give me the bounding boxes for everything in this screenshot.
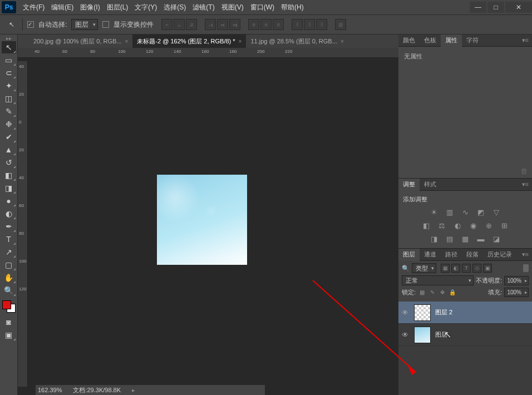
dodge-tool[interactable]: ◐ [2,208,16,220]
layer-thumbnail[interactable] [414,327,431,343]
menu-type[interactable]: 文字(Y) [131,3,160,12]
lookup-icon[interactable]: ⊞ [499,220,510,230]
foreground-color[interactable] [2,300,11,309]
lock-position-icon[interactable]: ✥ [438,288,446,297]
mixer-icon[interactable]: ⊕ [483,220,494,230]
gradient-tool[interactable]: ◨ [2,182,16,194]
distribute-top-icon[interactable]: ≡ [248,19,259,30]
maximize-button[interactable]: □ [487,2,504,13]
path-tool[interactable]: ↗ [2,246,16,258]
healing-tool[interactable]: ❉ [2,118,16,130]
distribute-vcenter-icon[interactable]: ≡ [260,19,272,30]
layer-thumbnail[interactable] [414,304,431,321]
auto-select-target[interactable]: 图层 [71,19,98,30]
show-transform-checkbox[interactable] [102,21,109,28]
distribute-hcenter-icon[interactable]: ⦀ [304,19,315,30]
menu-layer[interactable]: 图层(L) [104,3,132,12]
menu-select[interactable]: 选择(S) [160,3,189,12]
crop-tool[interactable]: ◫ [2,92,16,105]
hue-icon[interactable]: ◧ [421,220,432,230]
menu-image[interactable]: 图像(I) [77,3,103,12]
curves-icon[interactable]: ∿ [460,207,471,217]
stamp-tool[interactable]: ▲ [2,144,16,156]
filter-adjust-icon[interactable]: ◐ [451,264,460,273]
panel-tab-history[interactable]: 历史记录 [483,249,516,261]
balance-icon[interactable]: ⚖ [436,220,447,230]
eraser-tool[interactable]: ◧ [2,169,16,181]
brightness-icon[interactable]: ☀ [428,207,440,217]
visibility-icon[interactable]: 👁 [402,309,410,317]
align-right-icon[interactable]: ⫥ [229,19,240,30]
panel-tab-channels[interactable]: 通道 [420,249,441,261]
menu-filter[interactable]: 滤镜(T) [189,3,218,12]
layer-name[interactable]: 图层 2 [435,308,452,317]
blend-mode[interactable]: 正常 [402,275,474,285]
panel-tab-properties[interactable]: 属性 [441,34,462,47]
visibility-icon[interactable]: 👁 [402,331,410,339]
invert-icon[interactable]: ◨ [428,234,440,244]
canvas[interactable] [157,175,247,265]
doc-tab-1[interactable]: 未标题-2 @ 162% (图层 2, RGB/8) *× [132,34,246,48]
close-button[interactable]: ✕ [505,2,532,13]
opacity-field[interactable]: 100% [504,276,529,285]
fill-field[interactable]: 100% [504,288,529,297]
history-brush-tool[interactable]: ↺ [2,156,16,169]
shape-tool[interactable]: ▢ [2,259,16,271]
distribute-right-icon[interactable]: ⦀ [316,19,327,30]
blur-tool[interactable]: ● [2,195,16,207]
zoom-level[interactable]: 162.39% [38,387,62,393]
panel-tab-swatches[interactable]: 色板 [420,34,441,47]
move-tool[interactable]: ↖ [2,41,16,53]
screen-mode[interactable]: ▣ [2,329,16,341]
auto-select-checkbox[interactable] [27,21,34,28]
photo-filter-icon[interactable]: ◉ [467,220,479,230]
doc-tab-2[interactable]: 11.jpg @ 28.5% (图层 0, RGB...× [246,34,348,48]
menu-window[interactable]: 窗口(W) [247,3,278,12]
doc-tab-0[interactable]: 200.jpg @ 100% (图层 0, RGB...× [29,34,132,48]
panel-tab-layers[interactable]: 图层 [398,249,420,261]
close-icon[interactable]: × [239,38,242,45]
filter-shape-icon[interactable]: ◇ [472,264,481,273]
auto-align-icon[interactable]: ⊞ [335,19,346,30]
posterize-icon[interactable]: ▤ [444,234,455,244]
trash-icon[interactable]: 🗑 [520,167,528,175]
lock-transparent-icon[interactable]: ▦ [418,288,426,297]
close-icon[interactable]: × [341,38,344,45]
vibrance-icon[interactable]: ▽ [491,207,502,217]
pen-tool[interactable]: ✒ [2,220,16,233]
menu-file[interactable]: 文件(F) [19,3,48,12]
levels-icon[interactable]: ▥ [444,207,455,217]
menu-edit[interactable]: 编辑(E) [48,3,77,12]
lasso-tool[interactable]: ⊂ [2,67,16,79]
lock-all-icon[interactable]: 🔒 [448,288,456,297]
panel-tab-adjust[interactable]: 调整 [398,179,420,191]
eyedropper-tool[interactable]: ✎ [2,105,16,117]
panel-tab-character[interactable]: 字符 [462,34,483,47]
distribute-left-icon[interactable]: ⦀ [292,19,303,30]
filter-pixel-icon[interactable]: ▦ [441,264,450,273]
align-vcenter-icon[interactable]: ⫠ [174,19,185,30]
wand-tool[interactable]: ✦ [2,80,16,92]
canvas-viewport[interactable] [18,58,398,395]
panel-tab-paths[interactable]: 路径 [441,249,462,261]
panel-tab-color[interactable]: 颜色 [398,34,420,47]
color-swatches[interactable] [2,300,16,313]
layer-filter-kind[interactable]: 类型 [412,263,436,273]
filter-type-icon[interactable]: T [462,264,471,273]
brush-tool[interactable]: ✔ [2,131,16,143]
align-top-icon[interactable]: ⫟ [161,19,173,30]
layer-row[interactable]: 👁 图层 ↖ [398,324,532,346]
panel-menu-icon[interactable]: ▾≡ [519,181,532,188]
panel-menu-icon[interactable]: ▾≡ [519,251,532,258]
minimize-button[interactable]: — [470,2,486,13]
hand-tool[interactable]: ✋ [2,271,16,284]
filter-toggle[interactable] [523,264,529,272]
close-icon[interactable]: × [125,38,129,45]
panel-tab-styles[interactable]: 样式 [420,179,441,191]
distribute-bottom-icon[interactable]: ≡ [273,19,284,30]
marquee-tool[interactable]: ▭ [2,54,16,66]
exposure-icon[interactable]: ◩ [475,207,486,217]
zoom-tool[interactable]: 🔍 [2,284,16,297]
threshold-icon[interactable]: ▦ [460,234,471,244]
bw-icon[interactable]: ◐ [452,220,463,230]
